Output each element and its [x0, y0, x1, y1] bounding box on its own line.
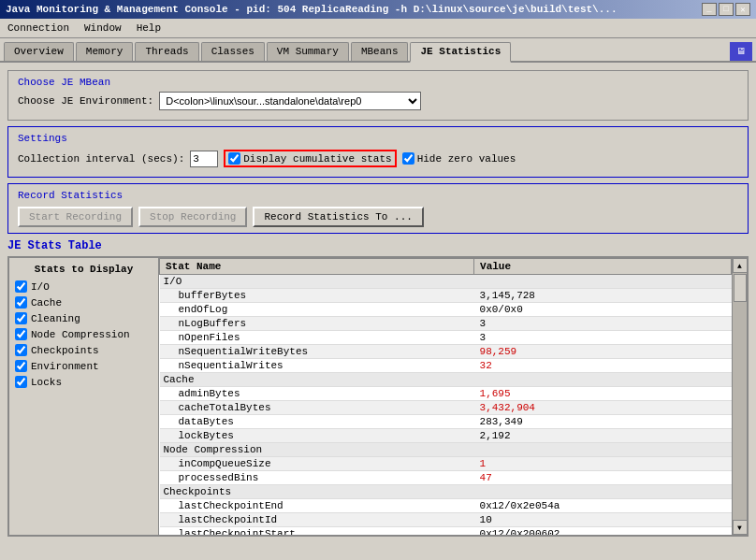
stop-recording-button[interactable]: Stop Recording — [138, 207, 247, 227]
hide-zero-label: Hide zero values — [417, 153, 516, 165]
table-scroll-area[interactable]: Stat Name Value I/O bufferBytes — [159, 258, 732, 535]
table-wrap: Stat Name Value I/O bufferBytes — [159, 258, 747, 535]
section-io: I/O — [160, 275, 732, 289]
table-row: nLogBuffers 3 — [160, 317, 732, 331]
stat-name: processedBins — [160, 471, 474, 485]
tab-threads[interactable]: Threads — [135, 42, 198, 61]
stat-value: 3 — [474, 331, 732, 345]
record-statistics-panel: Record Statistics Start Recording Stop R… — [7, 183, 749, 234]
stat-name: lastCheckpointEnd — [160, 499, 474, 513]
section-node-compression: Node Compression — [160, 443, 732, 457]
check-cleaning: Cleaning — [15, 312, 153, 324]
stat-value: 2,192 — [474, 429, 732, 443]
table-row: lastCheckpointStart 0x12/0x200602 — [160, 527, 732, 536]
table-row: inCompQueueSize 1 — [160, 457, 732, 471]
title-bar: Java Monitoring & Management Console - p… — [0, 0, 756, 19]
check-io-checkbox[interactable] — [15, 280, 27, 293]
maximize-button[interactable]: □ — [719, 3, 734, 16]
scroll-track[interactable] — [733, 273, 748, 520]
stats-to-display-title: Stats to Display — [15, 264, 153, 275]
check-environment-checkbox[interactable] — [15, 360, 27, 372]
stat-name: adminBytes — [160, 387, 474, 401]
check-io: I/O — [15, 280, 153, 293]
table-row: bufferBytes 3,145,728 — [160, 289, 732, 303]
tab-memory[interactable]: Memory — [76, 42, 134, 61]
display-cumulative-checkbox[interactable] — [228, 152, 240, 165]
check-locks: Locks — [15, 376, 153, 388]
check-node-compression-label: Node Compression — [31, 329, 130, 340]
check-node-compression-checkbox[interactable] — [15, 328, 27, 340]
stat-value: 3 — [474, 317, 732, 331]
hide-zero-checkbox[interactable] — [402, 152, 414, 165]
table-row: lastCheckpointId 10 — [160, 513, 732, 527]
section-cache: Cache — [160, 373, 732, 387]
table-row: endOfLog 0x0/0x0 — [160, 303, 732, 317]
tab-vm-summary[interactable]: VM Summary — [267, 42, 349, 61]
check-locks-checkbox[interactable] — [15, 376, 27, 388]
settings-row: Collection interval (secs): Display cumu… — [18, 150, 738, 167]
check-cleaning-checkbox[interactable] — [15, 312, 27, 324]
stat-name: nSequentialWrites — [160, 359, 474, 373]
stat-value: 3,145,728 — [474, 289, 732, 303]
scroll-thumb[interactable] — [734, 274, 747, 302]
stat-name: lastCheckpointStart — [160, 527, 474, 536]
start-recording-button[interactable]: Start Recording — [18, 207, 133, 227]
stat-value: 1 — [474, 457, 732, 471]
col-stat-name: Stat Name — [160, 259, 474, 275]
vertical-scrollbar[interactable]: ▲ ▼ — [732, 258, 747, 535]
display-cumulative-checkbox-container: Display cumulative stats — [224, 150, 396, 167]
je-stats-container: Stats to Display I/O Cache Cleaning Node… — [7, 256, 749, 537]
stat-value: 3,432,904 — [474, 401, 732, 415]
stat-value: 47 — [474, 471, 732, 485]
check-environment-label: Environment — [31, 361, 99, 372]
stat-name: nOpenFiles — [160, 331, 474, 345]
check-cache-checkbox[interactable] — [15, 296, 27, 309]
close-button[interactable]: ✕ — [735, 3, 750, 16]
table-row: nOpenFiles 3 — [160, 331, 732, 345]
collection-interval-input[interactable] — [190, 151, 218, 167]
stat-value: 32 — [474, 359, 732, 373]
scroll-down-button[interactable]: ▼ — [733, 520, 748, 535]
table-row: nSequentialWrites 32 — [160, 359, 732, 373]
tab-bar: Overview Memory Threads Classes VM Summa… — [0, 38, 756, 63]
stat-name: bufferBytes — [160, 289, 474, 303]
stat-name: nLogBuffers — [160, 317, 474, 331]
menu-window[interactable]: Window — [80, 21, 125, 36]
check-node-compression: Node Compression — [15, 328, 153, 340]
stats-left-panel: Stats to Display I/O Cache Cleaning Node… — [9, 258, 159, 535]
tab-je-statistics[interactable]: JE Statistics — [410, 42, 511, 63]
display-cumulative-label: Display cumulative stats — [243, 153, 391, 165]
stat-name: lockBytes — [160, 429, 474, 443]
table-row: cacheTotalBytes 3,432,904 — [160, 401, 732, 415]
check-cache: Cache — [15, 296, 153, 309]
check-io-label: I/O — [31, 281, 50, 293]
main-content: Choose JE MBean Choose JE Environment: D… — [0, 63, 756, 544]
menu-connection[interactable]: Connection — [4, 21, 73, 36]
title-bar-buttons: _ □ ✕ — [702, 3, 750, 16]
scroll-up-button[interactable]: ▲ — [733, 258, 748, 273]
stat-value: 283,349 — [474, 415, 732, 429]
table-row: processedBins 47 — [160, 471, 732, 485]
je-environment-dropdown[interactable]: D<colon>\linux\sour...standalone\data\re… — [159, 92, 421, 110]
menu-bar: Connection Window Help — [0, 19, 756, 38]
stat-value: 0x0/0x0 — [474, 303, 732, 317]
stat-name: lastCheckpointId — [160, 513, 474, 527]
record-statistics-to-button[interactable]: Record Statistics To ... — [253, 207, 423, 227]
hide-zero-label-container: Hide zero values — [402, 152, 516, 165]
section-checkpoints-label: Checkpoints — [160, 485, 732, 499]
network-status-icon: 🖥 — [730, 42, 752, 61]
tab-classes[interactable]: Classes — [201, 42, 265, 61]
stat-value: 0x12/0x200602 — [474, 527, 732, 536]
minimize-button[interactable]: _ — [702, 3, 717, 16]
tab-mbeans[interactable]: MBeans — [351, 42, 409, 61]
stats-right-panel: Stat Name Value I/O bufferBytes — [159, 258, 747, 535]
tab-overview[interactable]: Overview — [4, 42, 74, 61]
stat-value: 98,259 — [474, 345, 732, 359]
check-checkpoints-label: Checkpoints — [31, 345, 99, 356]
check-checkpoints-checkbox[interactable] — [15, 344, 27, 356]
menu-help[interactable]: Help — [133, 21, 165, 36]
section-checkpoints: Checkpoints — [160, 485, 732, 499]
table-row: nSequentialWriteBytes 98,259 — [160, 345, 732, 359]
record-statistics-title: Record Statistics — [18, 190, 738, 201]
record-button-row: Start Recording Stop Recording Record St… — [18, 207, 738, 227]
